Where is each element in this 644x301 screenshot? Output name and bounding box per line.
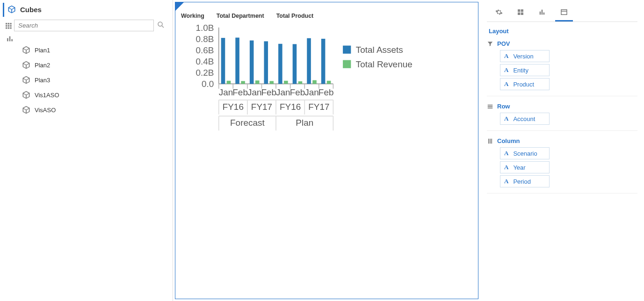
bar-revenue[interactable] — [227, 81, 231, 84]
svg-rect-13 — [11, 39, 13, 42]
x-month-label: Jan — [219, 87, 233, 97]
chart-frame[interactable]: WorkingTotal DepartmentTotal Product 0.0… — [175, 2, 478, 299]
cubes-header: Cubes — [3, 3, 168, 17]
tab-grid[interactable] — [512, 6, 529, 22]
bar-assets[interactable] — [278, 44, 282, 84]
bar-assets[interactable] — [250, 41, 254, 84]
svg-rect-35 — [518, 13, 520, 15]
svg-rect-3 — [6, 25, 7, 26]
svg-rect-47 — [491, 138, 492, 143]
svg-rect-34 — [521, 9, 523, 12]
chip-label: Product — [513, 81, 534, 88]
selection-corner-icon — [175, 2, 184, 11]
x-year-label: FY16 — [280, 102, 301, 112]
tab-layout[interactable] — [555, 6, 573, 22]
chart-mode-row — [3, 35, 168, 43]
tab-settings[interactable] — [491, 6, 507, 22]
pov-chip[interactable]: Total Product — [276, 13, 314, 19]
svg-rect-2 — [10, 23, 11, 24]
letter-a-icon: A — [504, 178, 508, 185]
x-month-label: Jan — [247, 87, 262, 97]
bar-assets[interactable] — [293, 44, 297, 84]
bar-assets[interactable] — [264, 41, 268, 84]
cube-item-plan1[interactable]: Plan1 — [22, 43, 168, 57]
apps-icon[interactable] — [3, 22, 14, 29]
svg-rect-33 — [518, 9, 520, 12]
dim-chip-version[interactable]: AVersion — [500, 50, 550, 62]
bar-revenue[interactable] — [327, 81, 331, 84]
bar-chart: 0.00.2B0.4B0.6B0.8B1.0BJanFebJanFebJanFe… — [180, 21, 422, 142]
svg-rect-39 — [543, 13, 545, 15]
layout-group-row: Row AAccount — [487, 103, 637, 131]
dashboard-icon — [517, 8, 524, 16]
svg-rect-7 — [8, 27, 9, 29]
search-row — [3, 20, 168, 31]
svg-rect-8 — [10, 27, 11, 29]
svg-rect-37 — [540, 12, 541, 15]
x-month-label: Jan — [276, 87, 290, 97]
cube-item-label: Vis1ASO — [35, 92, 59, 99]
dim-chip-year[interactable]: AYear — [500, 161, 550, 173]
bar-assets[interactable] — [235, 38, 239, 84]
legend-swatch — [343, 46, 351, 54]
svg-line-10 — [162, 26, 164, 28]
search-input[interactable] — [14, 20, 154, 31]
dim-chip-period[interactable]: APeriod — [500, 175, 550, 187]
dim-chip-entity[interactable]: AEntity — [500, 64, 550, 76]
cube-item-plan3[interactable]: Plan3 — [22, 72, 168, 87]
y-tick-label: 0.2B — [195, 68, 214, 78]
bar-revenue[interactable] — [284, 81, 288, 84]
bar-revenue[interactable] — [270, 81, 274, 84]
svg-rect-46 — [490, 138, 491, 143]
svg-rect-44 — [488, 108, 493, 108]
bar-revenue[interactable] — [312, 80, 317, 84]
cube-icon — [7, 5, 16, 14]
x-month-label: Jan — [304, 87, 319, 97]
chip-label: Entity — [513, 67, 528, 74]
property-tabs — [487, 4, 637, 22]
letter-a-icon: A — [504, 80, 508, 88]
svg-rect-12 — [9, 36, 11, 42]
group-title: Column — [497, 137, 520, 144]
x-month-label: Feb — [318, 87, 334, 97]
legend-swatch — [343, 60, 351, 68]
bar-assets[interactable] — [307, 38, 311, 84]
svg-rect-40 — [561, 10, 567, 15]
bar-revenue[interactable] — [298, 81, 303, 84]
pov-row: WorkingTotal DepartmentTotal Product — [181, 13, 313, 19]
pov-chip[interactable]: Total Department — [217, 13, 264, 19]
tab-chart[interactable] — [534, 6, 550, 22]
cube-item-plan2[interactable]: Plan2 — [22, 57, 168, 72]
cube-item-visaso[interactable]: VisASO — [22, 102, 168, 117]
cubes-title: Cubes — [20, 6, 42, 14]
svg-point-9 — [158, 22, 162, 26]
legend-label: Total Assets — [356, 45, 403, 55]
dim-chip-account[interactable]: AAccount — [500, 113, 550, 125]
letter-a-icon: A — [504, 164, 508, 171]
x-scenario-label: Forecast — [230, 118, 265, 128]
svg-rect-38 — [542, 10, 543, 15]
dim-chip-product[interactable]: AProduct — [500, 78, 550, 90]
pov-chip[interactable]: Working — [181, 13, 204, 19]
x-month-label: Feb — [232, 87, 248, 97]
cube-item-vis1aso[interactable]: Vis1ASO — [22, 87, 168, 102]
cube-tree: Plan1Plan2Plan3Vis1ASOVisASO — [22, 43, 168, 117]
x-scenario-label: Plan — [296, 118, 313, 128]
x-year-label: FY17 — [308, 102, 329, 112]
bar-assets[interactable] — [221, 38, 225, 84]
bar-assets[interactable] — [321, 39, 326, 84]
bar-revenue[interactable] — [241, 81, 245, 84]
dim-chip-scenario[interactable]: AScenario — [500, 147, 550, 159]
svg-rect-42 — [488, 104, 493, 105]
svg-rect-6 — [6, 27, 7, 29]
group-title: Row — [497, 103, 510, 110]
x-month-label: Feb — [261, 87, 276, 97]
search-icon[interactable] — [154, 21, 168, 31]
letter-a-icon: A — [504, 66, 508, 74]
bar-revenue[interactable] — [255, 80, 260, 84]
bar-chart-icon[interactable] — [4, 35, 15, 43]
letter-a-icon: A — [504, 150, 508, 157]
svg-rect-1 — [8, 23, 9, 24]
chip-label: Account — [513, 115, 535, 122]
group-title: POV — [497, 40, 510, 47]
